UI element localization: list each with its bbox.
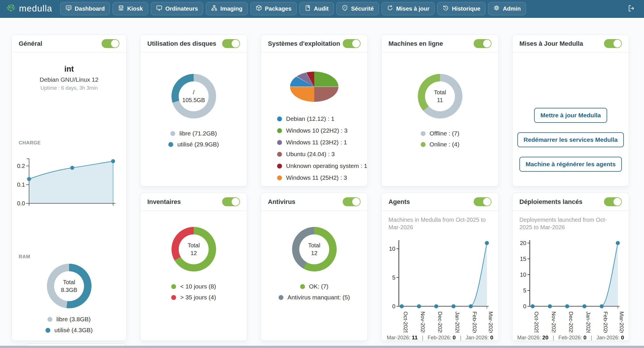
- svg-text:Feb-2026: Feb-2026: [603, 311, 609, 333]
- legend-dot: [277, 152, 282, 157]
- card-medulla-updates: Mises à Jour Medulla Mettre à jour Medul…: [512, 35, 629, 186]
- nav-item-mises-a-jour[interactable]: Mises à jour: [382, 2, 435, 15]
- nav-item-ordinateurs[interactable]: Ordinateurs: [151, 2, 203, 15]
- card-antivirus: Antivirus Total 12 OK: (7) Antivirus man…: [261, 193, 368, 341]
- disk-total-value: 105.5GB: [182, 96, 205, 104]
- svg-text:Mar-2026: Mar-2026: [488, 311, 494, 333]
- disk-legend: libre (71.2GB) utilisé (29.9GB): [140, 126, 247, 152]
- card-machines-online-toggle[interactable]: [474, 39, 491, 48]
- antivirus-total-label: Total: [308, 242, 320, 249]
- audit-icon: [304, 5, 311, 13]
- card-operating-systems: Systèmes d'exploitation Debian (12.12) :…: [261, 35, 368, 186]
- legend-dot: [421, 131, 426, 136]
- svg-text:5: 5: [523, 287, 526, 294]
- svg-text:20: 20: [520, 240, 526, 246]
- card-deployments-toggle[interactable]: [604, 197, 622, 206]
- legend-item: > 35 jours (4): [140, 294, 247, 301]
- inventories-total-label: Total: [188, 242, 200, 249]
- card-inventories-toggle[interactable]: [222, 197, 240, 206]
- update-medulla-button[interactable]: Mettre à jour Medulla: [534, 108, 607, 123]
- nav-item-dashboard[interactable]: Dashboard: [60, 2, 110, 15]
- legend-dot: [171, 284, 176, 289]
- legend-item: Windows 11 (23H2) : 1: [277, 139, 367, 146]
- svg-text:10: 10: [389, 246, 395, 252]
- svg-text:Nov-2025: Nov-2025: [551, 311, 557, 333]
- online-donut-chart: Total 11: [418, 74, 462, 118]
- card-agents-toggle[interactable]: [474, 197, 491, 206]
- nav-item-admin[interactable]: Admin: [488, 2, 526, 15]
- ram-legend: libre (3.8GB) utilisé (4.3GB): [12, 316, 126, 334]
- nav-item-imaging[interactable]: Imaging: [206, 2, 248, 15]
- card-medulla-updates-toggle[interactable]: [604, 39, 622, 48]
- regenerate-agents-button[interactable]: Machine à régénérer les agents: [519, 157, 622, 172]
- dashboard-grid: Général int Debian GNU/Linux 12 Uptime :…: [0, 18, 644, 341]
- legend-item: libre (3.8GB): [12, 316, 126, 323]
- card-agents-title: Agents: [388, 198, 410, 206]
- brand-brain-icon: [5, 3, 16, 14]
- card-general-toggle[interactable]: [102, 39, 119, 48]
- disk-mount-label: /: [193, 89, 195, 96]
- legend-dot: [170, 131, 175, 136]
- card-deployments-title: Déploiements lancés: [519, 198, 582, 206]
- legend-dot: [277, 175, 282, 180]
- legend-item: Debian (12.12) : 1: [277, 115, 367, 122]
- antivirus-donut-chart: Total 12: [292, 227, 337, 271]
- ram-total-value: 8.3GB: [61, 286, 77, 294]
- card-machines-online: Machines en ligne Total 11 Offline : (7)…: [381, 35, 499, 186]
- ram-label: RAM: [12, 254, 126, 260]
- ram-section: RAM Total 8.3GB libre (3.8GB) utilisé (4…: [12, 254, 126, 338]
- card-inventories: Inventaires Total 12 < 10 jours (8) > 35…: [140, 193, 247, 341]
- svg-text:0.2: 0.2: [17, 163, 25, 169]
- brand-name: medulla: [19, 3, 52, 14]
- antivirus-total-value: 12: [311, 249, 317, 257]
- inventories-total-value: 12: [190, 249, 197, 257]
- disk-donut-chart: / 105.5GB: [172, 74, 216, 118]
- card-os-toggle[interactable]: [343, 39, 361, 48]
- horizontal-scrollbar[interactable]: [0, 346, 644, 348]
- deployments-chart-subtitle: Deployements launched from Oct-2025 to M…: [512, 211, 619, 231]
- card-agents: Agents Machines in Medulla from Oct-2025…: [381, 193, 499, 341]
- card-disk-usage-toggle[interactable]: [222, 39, 240, 48]
- card-general-title: Général: [19, 40, 42, 47]
- svg-text:0.1: 0.1: [17, 181, 25, 188]
- svg-text:Jan-2026: Jan-2026: [454, 311, 460, 333]
- logout-button[interactable]: [622, 2, 639, 15]
- inventories-donut-chart: Total 12: [172, 227, 216, 271]
- restart-services-button[interactable]: Redémarrer les services Medulla: [517, 132, 624, 147]
- packages-icon: [256, 5, 262, 13]
- nav-item-packages[interactable]: Packages: [250, 2, 297, 15]
- online-total-value: 11: [437, 96, 443, 104]
- inventories-legend: < 10 jours (8) > 35 jours (4): [140, 279, 247, 305]
- nav-item-historique[interactable]: Historique: [437, 2, 485, 15]
- card-os-title: Systèmes d'exploitation: [268, 40, 340, 47]
- medulla-logo[interactable]: medulla: [5, 3, 52, 14]
- legend-item: Windows 11 (25H2) : 3: [277, 174, 367, 181]
- svg-text:Dec-2025: Dec-2025: [437, 311, 443, 333]
- admin-icon: [493, 5, 500, 13]
- card-antivirus-title: Antivirus: [268, 198, 295, 206]
- host-os: Debian GNU/Linux 12: [12, 76, 126, 83]
- updates-icon: [387, 5, 393, 13]
- card-deployments: Déploiements lancés Deployements launche…: [512, 193, 629, 341]
- online-legend: Offline : (7) Online : (4): [382, 126, 498, 152]
- history-icon: [442, 5, 449, 13]
- charge-area-chart: 0.2 0.1 0.0: [12, 146, 125, 213]
- card-antivirus-toggle[interactable]: [343, 197, 361, 206]
- svg-text:0: 0: [523, 303, 526, 309]
- svg-text:Oct-2025: Oct-2025: [403, 311, 409, 333]
- nav-item-securite[interactable]: Sécurité: [336, 2, 379, 15]
- deployments-chart-footer: Mar-2026: 20 | Feb-2026: 0 | Jan-2026: 0: [512, 334, 629, 341]
- legend-item: < 10 jours (8): [140, 283, 247, 290]
- card-disk-usage-title: Utilisation des disques: [147, 40, 216, 47]
- security-icon: [342, 5, 348, 13]
- ram-total-label: Total: [63, 278, 75, 286]
- kiosk-icon: [118, 5, 124, 13]
- nav-item-kiosk[interactable]: Kiosk: [113, 2, 148, 15]
- computers-icon: [156, 5, 163, 13]
- nav-item-audit[interactable]: Audit: [299, 2, 334, 15]
- svg-text:5: 5: [392, 274, 395, 281]
- legend-dot: [45, 328, 50, 333]
- card-machines-online-title: Machines en ligne: [388, 40, 443, 47]
- legend-item: Unknown operating system : 1: [277, 162, 367, 169]
- legend-dot: [421, 142, 426, 147]
